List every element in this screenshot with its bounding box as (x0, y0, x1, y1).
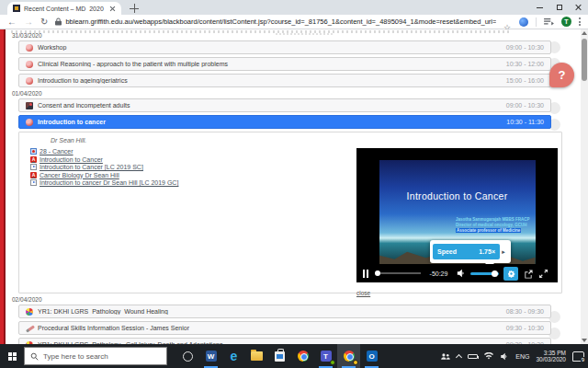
windows-taskbar: Type here to search ENG 3:35 PM 30/03/20… (0, 344, 588, 368)
playback-speed-popup: Speed 1.75× ▸ (430, 240, 511, 263)
video-play-icon (30, 164, 37, 170)
link-label: Introduciton to Cancer [LC 2019 SC] (40, 164, 143, 170)
content-list: 31/03/2020 Workshop 09:00 - 10:30 Clinic… (18, 29, 562, 344)
link-cancer-biology-pdf[interactable]: Cancer Biology Dr Sean Hill (30, 172, 178, 178)
event-row-workshop[interactable]: Workshop 09:00 - 10:30 (18, 40, 551, 54)
browser-address-bar: ← → ↻ bblearn.griffith.edu.au/webapps/bl… (0, 15, 588, 29)
taskbar-teams-button[interactable] (314, 344, 337, 368)
taskbar-active-chrome-button[interactable] (337, 344, 360, 368)
event-title: Workshop (38, 44, 502, 51)
submenu-arrow-icon: ▸ (500, 248, 507, 256)
volume-slider[interactable] (470, 270, 499, 277)
video-player[interactable]: Introduction to Cancer Jasotha Sanmugara… (356, 148, 558, 282)
browser-menu-icon[interactable] (579, 17, 581, 26)
taskbar-edge-button[interactable] (222, 344, 245, 368)
new-tab-button[interactable] (130, 4, 139, 13)
outlook-icon (367, 351, 378, 362)
scrollbar-thumb[interactable] (582, 39, 587, 81)
back-icon[interactable]: ← (7, 17, 17, 27)
forward-icon[interactable]: → (24, 17, 33, 27)
search-icon (30, 352, 39, 361)
pdf-icon (30, 172, 37, 178)
event-row-clinical-reasoning[interactable]: Clinical Reasoning - approach to the pat… (18, 57, 551, 71)
notification-count-badge: 9 (581, 357, 585, 362)
extension-icon[interactable] (519, 17, 528, 27)
reload-icon[interactable]: ↻ (40, 17, 48, 27)
taskbar-word-button[interactable] (199, 344, 222, 368)
browser-tab[interactable]: Recent Content – MD_2020_inta (7, 2, 121, 15)
presenter-name: Dr Sean Hill. (51, 137, 86, 144)
popout-icon[interactable] (523, 269, 534, 279)
taskbar-store-button[interactable] (268, 344, 291, 368)
link-intro-to-cancer-video-gc[interactable]: Introduction to cancer Dr Sean Hill [LC … (30, 179, 178, 186)
page-content: ? 31/03/2020 Workshop 09:00 - 10:30 Clin… (0, 29, 588, 344)
attachment-links: 28 - Cancer Introduction to Cancer Intro… (30, 148, 178, 186)
profile-avatar[interactable]: T (561, 17, 571, 27)
event-time: 15:00 - 16:00 (506, 77, 544, 84)
credit-line: Associate professor of Medicine (456, 228, 521, 233)
video-play-icon (30, 179, 37, 186)
action-center-icon[interactable]: 9 (572, 351, 584, 362)
content-item-icon (26, 61, 33, 68)
video-media-block: Introduction to Cancer Jasotha Sanmugara… (356, 148, 558, 299)
date-label: 01/04/2020 (12, 90, 562, 97)
event-title: Procedural Skills Information Session - … (38, 325, 502, 331)
event-row-procedural-skills[interactable]: Procedural Skills Information Session - … (18, 321, 551, 335)
event-time: 08:30 - 09:30 (506, 308, 544, 315)
url-field[interactable]: bblearn.griffith.edu.au/webapps/blackboa… (55, 17, 496, 26)
settings-gear-button[interactable] (503, 267, 518, 281)
fullscreen-icon[interactable] (538, 269, 548, 279)
speed-setting[interactable]: Speed 1.75× (433, 244, 500, 259)
slide-title: Introduction to Cancer (379, 190, 536, 201)
battery-icon[interactable] (468, 354, 478, 359)
link-intro-to-cancer-pdf[interactable]: Introduction to Cancer (30, 156, 178, 163)
event-row-ageing[interactable]: Introduction to ageing/geriatrics 15:00 … (18, 74, 551, 87)
link-label: Introduction to Cancer (40, 156, 103, 163)
pen-item-icon (26, 325, 33, 332)
taskbar-chrome-button[interactable] (291, 344, 314, 368)
language-indicator[interactable]: ENG (515, 353, 529, 360)
tab-close-icon[interactable] (109, 6, 116, 12)
volume-icon[interactable] (457, 269, 466, 278)
close-window-button[interactable] (569, 0, 588, 15)
tab-title: Recent Content – MD_2020_inta (24, 6, 106, 12)
start-button[interactable] (0, 344, 24, 368)
system-tray: ENG 3:35 PM 30/03/2020 9 (440, 350, 588, 363)
content-item-icon (26, 77, 33, 85)
maximize-button[interactable] (549, 0, 569, 15)
scroll-up-arrow[interactable] (582, 31, 587, 35)
event-title: YR1: DKHI LGRS_Pathology_Wound Healing (38, 308, 502, 315)
seek-bar[interactable] (375, 270, 421, 276)
date-label: 31/03/2020 (12, 32, 562, 39)
taskbar-cortana-button[interactable] (176, 344, 199, 368)
event-row-cell-injury[interactable]: YR1: DKHI LGRS_Pathology_ Cell Injury, D… (18, 338, 551, 344)
speaker-icon[interactable] (500, 352, 509, 361)
event-time: 09:00 - 10:30 (506, 44, 544, 51)
event-title: Introduction to cancer (38, 119, 502, 125)
event-row-intro-cancer-selected[interactable]: Introduction to cancer 10:30 - 11:30 (18, 115, 551, 129)
event-row-consent[interactable]: Consent and incompetent adults 09:00 - 1… (18, 98, 551, 112)
link-28-cancer[interactable]: 28 - Cancer (30, 148, 178, 155)
link-intro-to-cancer-video-sc[interactable]: Introduciton to Cancer [LC 2019 SC] (30, 164, 178, 170)
show-hidden-icons-chevron[interactable] (456, 353, 462, 360)
scroll-down-arrow[interactable] (582, 339, 587, 342)
network-icon[interactable] (484, 352, 493, 360)
reading-list-icon[interactable] (544, 17, 554, 26)
taskbar-clock[interactable]: 3:35 PM 30/03/2020 (536, 350, 566, 363)
profile-badge (353, 360, 358, 365)
pause-button[interactable] (363, 270, 370, 278)
taskbar-search-box[interactable]: Type here to search (24, 347, 167, 365)
course-menu-red-stripe[interactable] (0, 29, 6, 344)
toolbar-divider (536, 17, 537, 27)
close-player-link[interactable]: close (356, 290, 370, 296)
clock-time: 3:35 PM (544, 350, 566, 357)
people-icon[interactable] (440, 352, 450, 361)
minimize-button[interactable] (530, 0, 549, 15)
bookmark-star-icon[interactable] (503, 17, 512, 26)
event-title: Clinical Reasoning - approach to the pat… (38, 61, 502, 67)
taskbar-explorer-button[interactable] (245, 344, 268, 368)
event-row-wound-healing[interactable]: YR1: DKHI LGRS_Pathology_Wound Healing 0… (18, 305, 551, 318)
help-button[interactable]: ? (549, 63, 574, 87)
taskbar-outlook-button[interactable] (360, 344, 383, 368)
vertical-scrollbar[interactable] (581, 29, 588, 344)
